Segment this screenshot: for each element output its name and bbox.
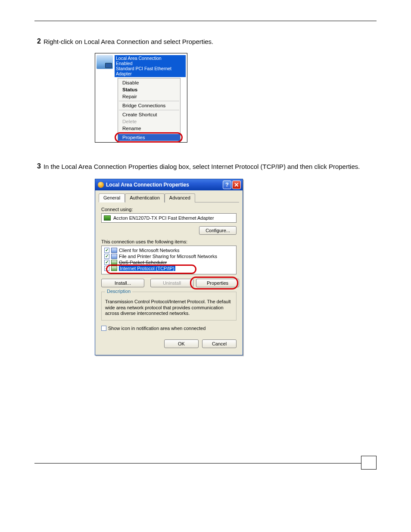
connect-using-label: Connect using: xyxy=(101,207,239,212)
dialog-title-bar[interactable]: Local Area Connection Properties ? ✕ xyxy=(95,179,243,190)
menu-repair[interactable]: Repair xyxy=(118,93,180,100)
menu-rename[interactable]: Rename xyxy=(118,125,180,132)
menu-separator xyxy=(119,101,179,101)
screenshot-properties-dialog: Local Area Connection Properties ? ✕ Gen… xyxy=(95,179,243,355)
list-item-qos: ✓ QoS Packet Scheduler xyxy=(103,259,234,265)
menu-status[interactable]: Status xyxy=(118,86,180,93)
connection-name: Local Area Connection xyxy=(116,56,184,61)
menu-properties[interactable]: Properties xyxy=(118,134,180,141)
item-label: QoS Packet Scheduler xyxy=(119,260,167,265)
cancel-button[interactable]: Cancel xyxy=(202,339,237,348)
item-label: File and Printer Sharing for Microsoft N… xyxy=(119,254,217,259)
checkbox-icon[interactable]: ✓ xyxy=(104,248,109,253)
properties-button-label: Properties xyxy=(207,280,228,286)
step-3-text: In the Local Area Connection Properties … xyxy=(44,162,377,171)
description-legend: Description xyxy=(105,289,132,295)
step-2-text: Right-click on Local Area Connection and… xyxy=(44,37,377,46)
item-label: Internet Protocol (TCP/IP) xyxy=(119,266,175,271)
adapter-field: Accton EN1207D-TX PCI Fast Ethernet Adap… xyxy=(101,213,237,223)
items-list[interactable]: ✓ Client for Microsoft Networks ✓ File a… xyxy=(101,246,237,274)
item-buttons-row: Install... Uninstall Properties xyxy=(101,279,237,287)
dialog-title-icon xyxy=(98,182,104,188)
items-label: This connection uses the following items… xyxy=(101,239,239,244)
list-item-fileprint: ✓ File and Printer Sharing for Microsoft… xyxy=(103,253,234,259)
title-close-button[interactable]: ✕ xyxy=(232,180,241,189)
description-group: Description Transmission Control Protoco… xyxy=(101,292,237,320)
menu-delete: Delete xyxy=(118,118,180,125)
ok-button[interactable]: OK xyxy=(164,339,199,348)
nic-icon xyxy=(104,215,111,221)
step-3: 3 In the Local Area Connection Propertie… xyxy=(34,162,377,171)
checkbox-icon[interactable]: ✓ xyxy=(101,326,106,331)
description-text: Transmission Control Protocol/Internet P… xyxy=(105,299,231,316)
tab-strip: General Authentication Advanced xyxy=(99,193,239,202)
menu-disable[interactable]: Disable xyxy=(118,79,180,86)
show-icon-row[interactable]: ✓ Show icon in notification area when co… xyxy=(101,326,237,331)
qos-icon xyxy=(111,260,117,265)
network-adapter-icon xyxy=(97,55,113,69)
checkbox-icon[interactable]: ✓ xyxy=(104,254,109,259)
menu-separator xyxy=(119,133,179,133)
connection-label: Local Area Connection Enabled Standard P… xyxy=(115,55,186,77)
tab-general[interactable]: General xyxy=(99,193,125,202)
item-label: Client for Microsoft Networks xyxy=(119,248,180,253)
dialog-title: Local Area Connection Properties xyxy=(106,182,222,188)
step-3-number: 3 xyxy=(37,162,41,170)
title-help-button[interactable]: ? xyxy=(223,180,231,189)
adapter-name: Accton EN1207D-TX PCI Fast Ethernet Adap… xyxy=(113,215,214,221)
tab-advanced[interactable]: Advanced xyxy=(165,193,195,202)
context-menu: Disable Status Repair Bridge Connections… xyxy=(118,78,181,142)
dialog-footer: OK Cancel xyxy=(99,339,239,352)
list-item-tcpip: ✓ Internet Protocol (TCP/IP) xyxy=(103,265,234,271)
checkbox-icon[interactable]: ✓ xyxy=(104,260,109,265)
step-2-number: 2 xyxy=(37,37,41,45)
footer-rule xyxy=(34,463,377,464)
menu-bridge[interactable]: Bridge Connections xyxy=(118,102,180,109)
protocol-icon xyxy=(111,266,117,271)
menu-shortcut[interactable]: Create Shortcut xyxy=(118,111,180,118)
configure-button[interactable]: Configure... xyxy=(199,226,237,235)
step-2: 2 Right-click on Local Area Connection a… xyxy=(34,37,377,46)
client-icon xyxy=(111,248,117,253)
list-item-client: ✓ Client for Microsoft Networks xyxy=(103,247,234,253)
properties-button[interactable]: Properties xyxy=(196,279,239,287)
connection-adapter: Standard PCI Fast Ethernet Adapter xyxy=(116,66,184,76)
connection-status: Enabled xyxy=(116,61,184,66)
checkbox-icon[interactable]: ✓ xyxy=(104,266,109,271)
page-number-box: . xyxy=(361,456,377,470)
show-icon-label: Show icon in notification area when conn… xyxy=(108,326,206,331)
screenshot-context-menu: Local Area Connection Enabled Standard P… xyxy=(95,53,187,142)
menu-separator xyxy=(119,110,179,110)
share-icon xyxy=(111,254,117,259)
tab-authentication[interactable]: Authentication xyxy=(125,193,165,202)
uninstall-button: Uninstall xyxy=(150,279,193,287)
install-button[interactable]: Install... xyxy=(101,279,144,287)
